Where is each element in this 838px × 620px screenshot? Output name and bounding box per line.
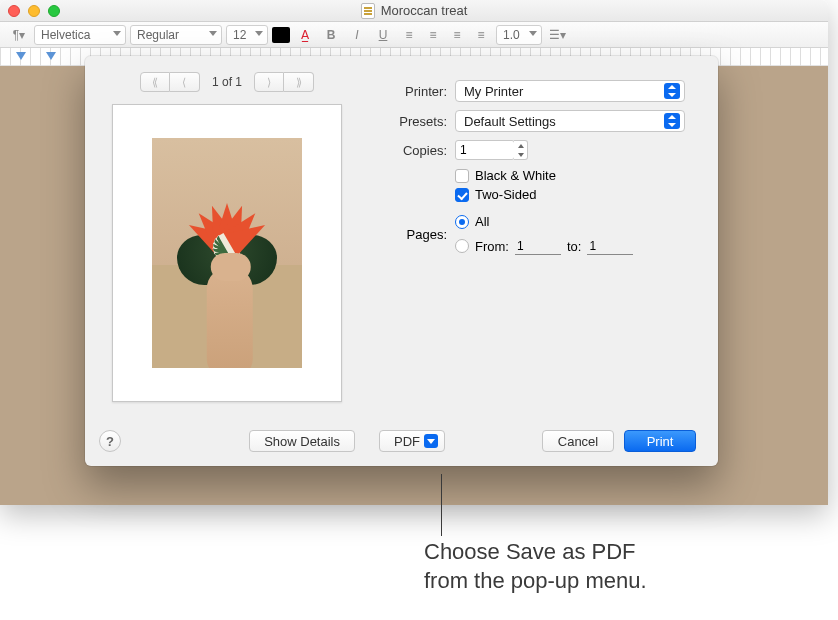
tab-stop-icon[interactable] bbox=[46, 52, 56, 60]
font-weight-value: Regular bbox=[137, 28, 179, 42]
pages-to-label: to: bbox=[567, 239, 581, 254]
pdf-menu-button[interactable]: PDF bbox=[379, 430, 445, 452]
align-justify-icon[interactable]: ≡ bbox=[470, 28, 492, 42]
chevron-down-icon bbox=[209, 31, 217, 36]
page-next-segment: ⟩ ⟫ bbox=[254, 72, 314, 92]
black-white-label: Black & White bbox=[475, 168, 556, 183]
chevron-down-icon bbox=[424, 434, 438, 448]
list-style-icon[interactable]: ☰▾ bbox=[546, 28, 568, 42]
pages-all-label: All bbox=[475, 214, 489, 229]
printer-label: Printer: bbox=[379, 84, 447, 99]
help-button[interactable]: ? bbox=[99, 430, 121, 452]
print-preview-pane: ⟪ ⟨ 1 of 1 ⟩ ⟫ bbox=[85, 56, 369, 466]
print-label: Print bbox=[647, 434, 674, 449]
next-page-button[interactable]: ⟩ bbox=[254, 72, 284, 92]
help-label: ? bbox=[106, 434, 114, 449]
font-family-value: Helvetica bbox=[41, 28, 90, 42]
callout-line2: from the pop-up menu. bbox=[424, 567, 647, 596]
stepper-down-icon[interactable] bbox=[514, 150, 527, 159]
line-spacing-select[interactable]: 1.0 bbox=[496, 25, 542, 45]
font-weight-select[interactable]: Regular bbox=[130, 25, 222, 45]
prev-page-button[interactable]: ⟨ bbox=[170, 72, 200, 92]
minimize-icon[interactable] bbox=[28, 5, 40, 17]
chevron-down-icon bbox=[113, 31, 121, 36]
align-left-icon[interactable]: ≡ bbox=[398, 28, 420, 42]
align-right-icon[interactable]: ≡ bbox=[446, 28, 468, 42]
alignment-group: ≡ ≡ ≡ ≡ bbox=[398, 28, 492, 42]
chevron-down-icon bbox=[255, 31, 263, 36]
align-center-icon[interactable]: ≡ bbox=[422, 28, 444, 42]
presets-label: Presets: bbox=[379, 114, 447, 129]
page-navigation: ⟪ ⟨ 1 of 1 ⟩ ⟫ bbox=[140, 72, 314, 92]
italic-icon[interactable]: I bbox=[346, 28, 368, 42]
dialog-buttons: PDF Cancel Print bbox=[379, 430, 696, 452]
first-page-button[interactable]: ⟪ bbox=[140, 72, 170, 92]
callout-line1: Choose Save as PDF bbox=[424, 538, 647, 567]
preview-image bbox=[152, 138, 302, 368]
print-options-pane: Printer: My Printer Presets: Default Set… bbox=[369, 56, 718, 466]
stepper-up-icon[interactable] bbox=[514, 141, 527, 150]
last-page-button[interactable]: ⟫ bbox=[284, 72, 314, 92]
page-indicator: 1 of 1 bbox=[212, 75, 242, 89]
pages-label: Pages: bbox=[379, 227, 447, 242]
show-details-label: Show Details bbox=[264, 434, 340, 449]
copies-stepper[interactable] bbox=[455, 140, 528, 160]
font-size-value: 12 bbox=[233, 28, 246, 42]
line-spacing-value: 1.0 bbox=[503, 28, 520, 42]
tab-stop-icon[interactable] bbox=[16, 52, 26, 60]
close-icon[interactable] bbox=[8, 5, 20, 17]
zoom-icon[interactable] bbox=[48, 5, 60, 17]
printer-select[interactable]: My Printer bbox=[455, 80, 685, 102]
pages-to-input[interactable] bbox=[587, 237, 633, 255]
text-color-swatch[interactable] bbox=[272, 27, 290, 43]
bold-icon[interactable]: B bbox=[320, 28, 342, 42]
two-sided-checkbox[interactable] bbox=[455, 188, 469, 202]
document-icon bbox=[361, 3, 375, 19]
window-title: Moroccan treat bbox=[361, 3, 468, 19]
pages-range-radio[interactable] bbox=[455, 239, 469, 253]
titlebar: Moroccan treat bbox=[0, 0, 828, 22]
presets-value: Default Settings bbox=[464, 114, 664, 129]
page-preview bbox=[112, 104, 342, 402]
updown-icon bbox=[664, 113, 680, 129]
pages-from-input[interactable] bbox=[515, 237, 561, 255]
text-color-icon[interactable]: A̲ bbox=[294, 28, 316, 42]
stepper-arrows[interactable] bbox=[514, 140, 528, 160]
window-title-text: Moroccan treat bbox=[381, 3, 468, 18]
presets-select[interactable]: Default Settings bbox=[455, 110, 685, 132]
pages-all-radio[interactable] bbox=[455, 215, 469, 229]
copies-input[interactable] bbox=[455, 140, 515, 160]
chevron-down-icon bbox=[529, 31, 537, 36]
font-family-select[interactable]: Helvetica bbox=[34, 25, 126, 45]
cancel-label: Cancel bbox=[558, 434, 598, 449]
two-sided-label: Two-Sided bbox=[475, 187, 536, 202]
pdf-label: PDF bbox=[394, 434, 420, 449]
page-prev-segment: ⟪ ⟨ bbox=[140, 72, 200, 92]
paragraph-style-icon[interactable]: ¶▾ bbox=[8, 28, 30, 42]
print-dialog: ⟪ ⟨ 1 of 1 ⟩ ⟫ bbox=[85, 56, 718, 466]
print-button[interactable]: Print bbox=[624, 430, 696, 452]
printer-value: My Printer bbox=[464, 84, 664, 99]
underline-icon[interactable]: U bbox=[372, 28, 394, 42]
window-controls bbox=[8, 5, 60, 17]
format-toolbar: ¶▾ Helvetica Regular 12 A̲ B I U ≡ ≡ ≡ ≡… bbox=[0, 22, 828, 48]
black-white-checkbox[interactable] bbox=[455, 169, 469, 183]
copies-label: Copies: bbox=[379, 143, 447, 158]
font-size-select[interactable]: 12 bbox=[226, 25, 268, 45]
updown-icon bbox=[664, 83, 680, 99]
callout-text: Choose Save as PDF from the pop-up menu. bbox=[424, 538, 647, 595]
pages-from-label: From: bbox=[475, 239, 509, 254]
show-details-button[interactable]: Show Details bbox=[249, 430, 355, 452]
callout-leader-line bbox=[441, 474, 442, 536]
cancel-button[interactable]: Cancel bbox=[542, 430, 614, 452]
